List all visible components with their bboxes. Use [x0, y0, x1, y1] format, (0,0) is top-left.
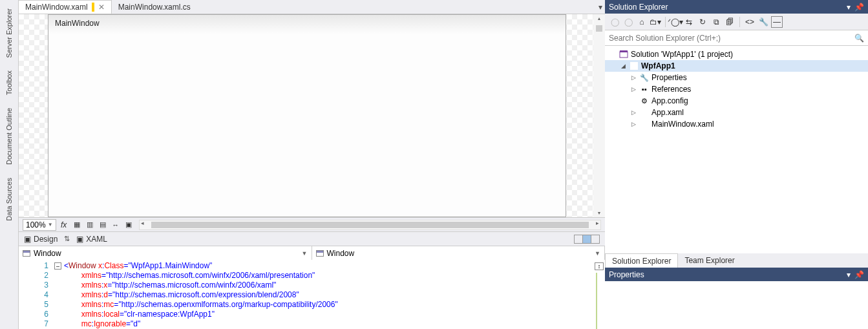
search-icon[interactable]: 🔍 [854, 34, 864, 43]
svg-rect-5 [641, 120, 647, 128]
doc-tab-mainwindow-xaml[interactable]: MainWindow.xaml ✕ [19, 0, 112, 14]
member-combo[interactable]: Window▼ [312, 246, 606, 260]
line-number-gutter: 1234567 [19, 260, 52, 329]
tree-node[interactable]: ⚙App.config [605, 95, 868, 107]
tree-node[interactable]: ▷🔧Properties [605, 72, 868, 83]
swap-panes-icon[interactable]: ⇅ [64, 235, 70, 243]
code-editor[interactable]: 1234567 – <Window x:Class="WpfApp1.MainW… [19, 260, 605, 329]
window-icon [316, 250, 324, 257]
solution-explorer-toolbar: ◯ ◯ ⌂ 🗀▾ ᐟ◯▾ ⇆ ↻ ⧉ 🗐 <> 🔧 — [605, 14, 868, 30]
tab-team-explorer[interactable]: Team Explorer [678, 253, 741, 268]
tree-node[interactable]: ▷▪▪References [605, 83, 868, 95]
doc-tab-label: MainWindow.xaml.cs [118, 3, 191, 12]
ref-icon: ▪▪ [640, 85, 649, 94]
line-number: 6 [19, 310, 48, 319]
expander-icon[interactable]: ▷ [630, 121, 637, 127]
tree-node[interactable]: ▷App.xaml [605, 107, 868, 118]
scope-icon[interactable]: 🗀▾ [650, 16, 661, 28]
expander-icon[interactable]: ▷ [630, 74, 637, 81]
code-line[interactable]: xmlns="http://schemas.microsoft.com/winf… [64, 271, 605, 281]
tree-node[interactable]: ▷MainWindow.xaml [605, 118, 868, 130]
vtab-data-sources[interactable]: Data Sources [3, 172, 16, 227]
line-number: 3 [19, 281, 48, 290]
refresh-icon[interactable]: ↻ [697, 16, 708, 28]
solution-explorer-header[interactable]: Solution Explorer ▾📌 [605, 0, 868, 14]
code-line[interactable]: xmlns:mc="http://schemas.openxmlformats.… [64, 300, 605, 310]
snap-icon[interactable]: ▤ [98, 220, 108, 230]
preview-icon[interactable]: — [771, 16, 783, 28]
tree-node-label: App.xaml [651, 108, 684, 117]
split-vertical-icon[interactable] [574, 235, 583, 244]
properties-header[interactable]: Properties ▾📌 [605, 268, 868, 281]
solution-explorer-search[interactable]: 🔍 [605, 30, 868, 46]
code-navigator-bar: Window▼ Window▼ [19, 246, 605, 260]
window-icon [23, 250, 30, 257]
active-files-dropdown[interactable]: ▾ [596, 0, 605, 14]
zoom-combo[interactable]: 100%▼ [23, 219, 56, 231]
tab-solution-explorer[interactable]: Solution Explorer [605, 253, 678, 268]
design-tab[interactable]: ▣ Design [24, 235, 58, 244]
vertical-scrollbar-markers[interactable]: ↕ [593, 260, 605, 329]
search-input[interactable] [609, 34, 854, 43]
designer-status-bar: 100%▼ fx ▦ ▥ ▤ ↔ ▣ [19, 217, 605, 231]
dirty-indicator-icon [92, 3, 94, 12]
doc-tab-mainwindow-xaml-cs[interactable]: MainWindow.xaml.cs [112, 0, 197, 14]
properties-icon[interactable]: 🔧 [757, 16, 769, 28]
code-view-icon[interactable]: <> [744, 16, 756, 28]
grid2-icon[interactable]: ▥ [85, 220, 95, 230]
expander-icon[interactable]: ▷ [630, 109, 637, 116]
cs-icon: C# [630, 61, 639, 70]
code-line[interactable]: mc:Ignorable="d" [64, 319, 605, 329]
split-layout-buttons [575, 235, 600, 244]
device-icon[interactable]: ▣ [123, 220, 134, 230]
grid-icon[interactable]: ▦ [72, 220, 82, 230]
close-icon[interactable]: ✕ [98, 3, 105, 12]
code-line[interactable]: xmlns:x="http://schemas.microsoft.com/wi… [64, 281, 605, 290]
fold-toggle-icon[interactable]: – [54, 262, 61, 270]
split-horizontal-icon[interactable] [582, 235, 591, 244]
expander-icon[interactable]: ◢ [619, 63, 627, 69]
vtab-toolbox[interactable]: Toolbox [3, 65, 16, 101]
tree-node[interactable]: Solution 'WpfApp1' (1 project) [605, 48, 868, 60]
forward-icon[interactable]: ◯ [622, 16, 634, 28]
xaml-designer-surface[interactable]: MainWindow [19, 14, 605, 217]
vtab-server-explorer[interactable]: Server Explorer [3, 3, 16, 63]
back-icon[interactable]: ◯ [609, 16, 620, 28]
svg-rect-0 [620, 52, 628, 58]
collapse-all-icon[interactable]: ⧉ [710, 16, 722, 28]
svg-rect-4 [641, 109, 647, 116]
window-menu-icon[interactable]: ▾ [847, 270, 851, 279]
solution-tree[interactable]: Solution 'WpfApp1' (1 project)◢C#WpfApp1… [605, 46, 868, 253]
code-text[interactable]: <Window x:Class="WpfApp1.MainWindow" xml… [52, 260, 605, 329]
pin-icon[interactable]: 📌 [854, 3, 864, 12]
designer-horizontal-scrollbar[interactable] [139, 220, 601, 230]
svg-rect-1 [620, 50, 628, 52]
pending-changes-icon[interactable]: ᐟ◯▾ [670, 16, 681, 28]
sln-icon [619, 50, 628, 59]
left-tool-tabs: Server Explorer Toolbox Document Outline… [0, 0, 19, 329]
design-window[interactable]: MainWindow [48, 14, 566, 217]
home-icon[interactable]: ⌂ [636, 16, 648, 28]
xaml-tab[interactable]: ▣ XAML [76, 235, 107, 244]
expander-icon[interactable]: ▷ [630, 86, 637, 92]
show-all-files-icon[interactable]: 🗐 [724, 16, 736, 28]
type-combo[interactable]: Window▼ [19, 246, 312, 260]
code-line[interactable]: xmlns:d="http://schemas.microsoft.com/ex… [64, 290, 605, 300]
line-number: 5 [19, 300, 48, 310]
pin-icon[interactable]: 📌 [854, 270, 864, 279]
sync-icon[interactable]: ⇆ [683, 16, 695, 28]
fx-icon[interactable]: fx [59, 220, 69, 230]
code-line[interactable]: xmlns:local="clr-namespace:WpfApp1" [64, 310, 605, 319]
line-number: 7 [19, 319, 48, 329]
line-number: 1 [19, 261, 48, 271]
wrench-icon: 🔧 [640, 73, 649, 82]
window-menu-icon[interactable]: ▾ [847, 3, 851, 12]
snaplines-icon[interactable]: ↔ [111, 220, 121, 230]
designer-vertical-scrollbar[interactable] [593, 14, 605, 217]
vtab-document-outline[interactable]: Document Outline [3, 102, 16, 171]
tree-node[interactable]: ◢C#WpfApp1 [605, 60, 868, 72]
split-collapse-icon[interactable] [591, 235, 600, 244]
design-xaml-splitter: ▣ Design ⇅ ▣ XAML [19, 231, 605, 246]
code-line[interactable]: <Window x:Class="WpfApp1.MainWindow" [64, 261, 605, 271]
tree-node-label: Solution 'WpfApp1' (1 project) [631, 50, 733, 59]
